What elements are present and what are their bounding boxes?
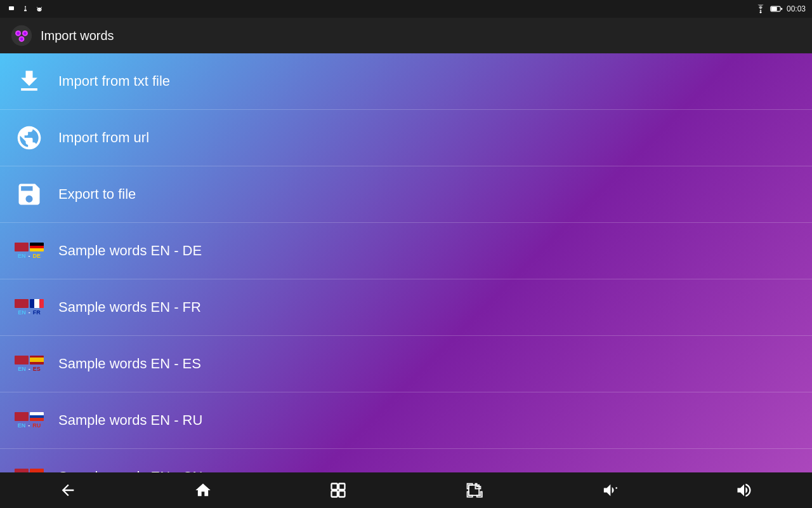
menu-item-sample-ru[interactable]: EN - RU Sample words EN - RU	[0, 392, 812, 449]
home-button[interactable]	[181, 475, 225, 505]
download-icon	[13, 65, 46, 98]
android-icon	[34, 5, 44, 13]
menu-item-sample-cn[interactable]: EN - CN Sample words EN - CN	[0, 449, 812, 472]
svg-point-17	[11, 25, 32, 46]
menu-item-sample-es[interactable]: EN - ES Sample words EN - ES	[0, 336, 812, 392]
menu-item-export-file[interactable]: Export to file	[0, 166, 812, 223]
menu-label-export-file: Export to file	[58, 186, 136, 203]
app-bar: Import words	[0, 18, 812, 53]
svg-rect-27	[339, 491, 344, 497]
fullscreen-button[interactable]	[452, 475, 495, 505]
svg-point-3	[25, 6, 26, 8]
menu-item-import-url[interactable]: Import from url	[0, 110, 812, 166]
nav-bar	[0, 472, 812, 508]
menu-label-sample-fr: Sample words EN - FR	[58, 299, 201, 316]
volume-down-button[interactable]	[587, 475, 631, 505]
menu-label-sample-de: Sample words EN - DE	[58, 243, 202, 259]
usb-icon	[20, 5, 30, 13]
app-logo	[10, 24, 33, 47]
svg-point-8	[40, 10, 41, 10]
app-title: Import words	[41, 29, 114, 43]
svg-rect-2	[10, 9, 12, 10]
svg-rect-5	[24, 10, 27, 11]
menu-item-sample-de[interactable]: EN - DE Sample words EN - DE	[0, 223, 812, 279]
flag-pair-icon-EN-DE: EN - DE	[13, 234, 46, 267]
menu-label-sample-ru: Sample words EN - RU	[58, 412, 202, 429]
time-display: 00:03	[787, 4, 806, 13]
status-icons-right: 00:03	[755, 4, 806, 13]
flag-pair-icon-EN-RU: EN - RU	[13, 404, 46, 437]
svg-point-22	[23, 32, 27, 35]
menu-item-sample-fr[interactable]: EN - FR Sample words EN - FR	[0, 279, 812, 336]
save-icon	[13, 178, 46, 211]
svg-rect-1	[10, 8, 13, 8]
svg-point-11	[37, 7, 37, 8]
svg-rect-16	[781, 8, 782, 10]
svg-point-7	[38, 10, 39, 10]
svg-point-12	[41, 7, 42, 8]
main-content[interactable]: Import from txt file Import from url Exp…	[0, 53, 812, 472]
menu-label-import-url: Import from url	[58, 130, 149, 146]
svg-rect-0	[9, 6, 14, 10]
menu-item-import-file[interactable]: Import from txt file	[0, 53, 812, 110]
status-icons-left	[6, 5, 44, 13]
notifications-icon	[6, 5, 16, 13]
svg-rect-15	[771, 7, 777, 11]
svg-rect-25	[339, 484, 344, 490]
menu-label-import-file: Import from txt file	[58, 73, 170, 90]
globe-icon	[13, 121, 46, 154]
back-button[interactable]	[46, 475, 89, 505]
svg-rect-24	[332, 484, 337, 490]
recent-button[interactable]	[317, 475, 360, 505]
flag-pair-icon-EN-ES: EN - ES	[13, 347, 46, 380]
status-bar: 00:03	[0, 0, 812, 18]
flag-pair-icon-EN-CN: EN - CN	[13, 460, 46, 472]
svg-point-13	[759, 11, 761, 13]
volume-up-button[interactable]	[723, 475, 766, 505]
svg-point-21	[16, 32, 20, 35]
svg-point-23	[20, 37, 23, 41]
battery-icon	[770, 5, 783, 13]
wifi-icon	[755, 4, 766, 13]
svg-rect-26	[332, 491, 337, 497]
menu-label-sample-es: Sample words EN - ES	[58, 356, 201, 372]
flag-pair-icon-EN-FR: EN - FR	[13, 291, 46, 324]
